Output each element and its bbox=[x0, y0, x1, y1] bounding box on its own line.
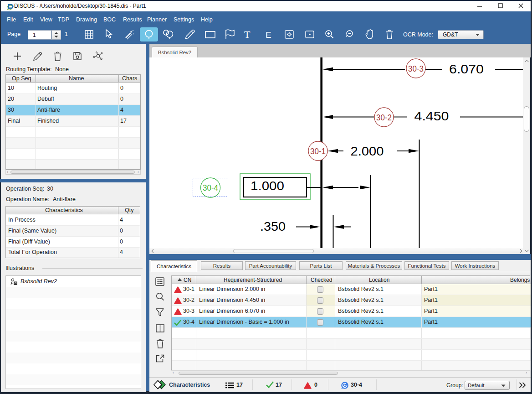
svg-text:30-4: 30-4 bbox=[203, 183, 218, 192]
svg-text:1.000: 1.000 bbox=[251, 178, 284, 193]
svg-text:30-2: 30-2 bbox=[376, 113, 392, 122]
svg-text:4.450: 4.450 bbox=[414, 109, 449, 123]
svg-text:2.000: 2.000 bbox=[351, 144, 384, 158]
svg-text:30-1: 30-1 bbox=[310, 147, 326, 156]
svg-text:30-3: 30-3 bbox=[408, 64, 424, 73]
svg-text:6.070: 6.070 bbox=[449, 62, 484, 76]
svg-text:.350: .350 bbox=[260, 219, 286, 233]
